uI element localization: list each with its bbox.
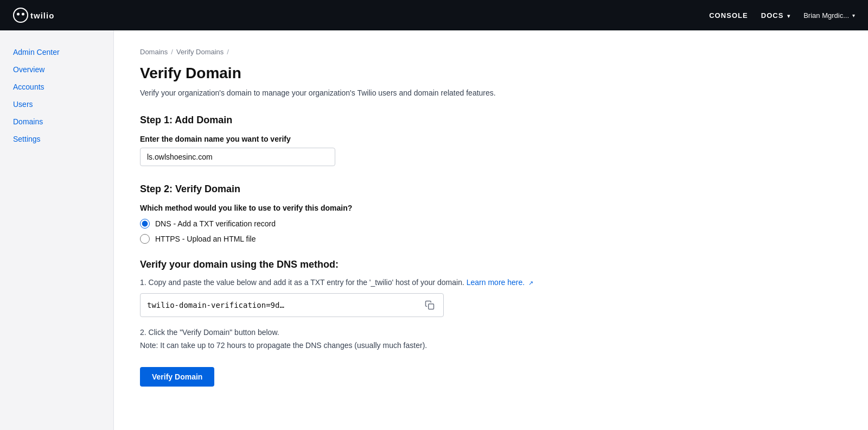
- step2-title: Step 2: Verify Domain: [140, 184, 842, 195]
- breadcrumb-domains[interactable]: Domains: [140, 48, 168, 56]
- sidebar-item-accounts[interactable]: Accounts: [0, 78, 113, 96]
- step1-section: Step 1: Add Domain Enter the domain name…: [140, 115, 842, 166]
- sidebar: Admin Center Overview Accounts Users Dom…: [0, 30, 114, 430]
- dns-note-1: 2. Click the "Verify Domain" button belo…: [140, 328, 842, 337]
- dns-value-text: twilio-domain-verification=9d: [147, 301, 423, 309]
- breadcrumb-sep-2: /: [227, 48, 229, 56]
- layout: Admin Center Overview Accounts Users Dom…: [0, 30, 868, 430]
- user-chevron-icon: ▾: [852, 12, 855, 18]
- radio-dns-label: DNS - Add a TXT verification record: [155, 219, 276, 228]
- twilio-logo[interactable]: twilio: [13, 8, 62, 23]
- breadcrumb: Domains / Verify Domains /: [140, 48, 842, 56]
- console-link[interactable]: CONSOLE: [709, 11, 748, 20]
- learn-more-link[interactable]: Learn more here. ↗: [467, 278, 533, 287]
- radio-option-dns[interactable]: DNS - Add a TXT verification record: [140, 219, 842, 229]
- radio-option-https[interactable]: HTTPS - Upload an HTML file: [140, 234, 842, 244]
- topnav-right: CONSOLE DOCS ▾ Brian Mgrdic... ▾: [709, 11, 855, 20]
- step2-section: Step 2: Verify Domain Which method would…: [140, 184, 842, 387]
- dns-method-section: Verify your domain using the DNS method:…: [140, 259, 842, 387]
- breadcrumb-sep-1: /: [171, 48, 173, 56]
- dns-value-blurred-part: [282, 302, 423, 309]
- radio-https[interactable]: [140, 234, 150, 244]
- sidebar-item-admin-center[interactable]: Admin Center: [0, 43, 113, 61]
- page-title: Verify Domain: [140, 65, 842, 82]
- verification-method-group: DNS - Add a TXT verification record HTTP…: [140, 219, 842, 244]
- copy-icon: [425, 300, 435, 310]
- domain-input-label: Enter the domain name you want to verify: [140, 135, 842, 143]
- svg-text:twilio: twilio: [30, 11, 54, 20]
- docs-chevron-icon: ▾: [787, 13, 790, 19]
- svg-point-1: [17, 13, 20, 16]
- dns-note-2: Note: It can take up to 72 hours to prop…: [140, 341, 842, 350]
- dns-method-title: Verify your domain using the DNS method:: [140, 259, 842, 270]
- svg-point-0: [14, 8, 28, 22]
- docs-link[interactable]: DOCS ▾: [761, 11, 790, 20]
- sidebar-item-overview[interactable]: Overview: [0, 61, 113, 78]
- page-description: Verify your organization's domain to man…: [140, 88, 842, 97]
- domain-input[interactable]: [140, 148, 335, 166]
- svg-point-2: [22, 13, 24, 16]
- step1-title: Step 1: Add Domain: [140, 115, 842, 126]
- user-menu[interactable]: Brian Mgrdic... ▾: [803, 11, 855, 20]
- external-link-icon: ↗: [528, 280, 533, 286]
- dns-instruction: 1. Copy and paste the value below and ad…: [140, 278, 842, 287]
- copy-button[interactable]: [423, 298, 437, 312]
- svg-rect-4: [429, 304, 434, 309]
- radio-dns[interactable]: [140, 219, 150, 229]
- radio-https-label: HTTPS - Upload an HTML file: [155, 235, 256, 243]
- verification-method-question: Which method would you like to use to ve…: [140, 204, 842, 212]
- main-content: Domains / Verify Domains / Verify Domain…: [114, 30, 868, 430]
- verify-domain-button[interactable]: Verify Domain: [140, 367, 214, 387]
- breadcrumb-verify-domains[interactable]: Verify Domains: [176, 48, 224, 56]
- sidebar-item-settings[interactable]: Settings: [0, 130, 113, 148]
- topnav: twilio CONSOLE DOCS ▾ Brian Mgrdic... ▾: [0, 0, 868, 30]
- sidebar-item-domains[interactable]: Domains: [0, 113, 113, 130]
- dns-value-container: twilio-domain-verification=9d: [140, 293, 444, 317]
- sidebar-item-users[interactable]: Users: [0, 96, 113, 113]
